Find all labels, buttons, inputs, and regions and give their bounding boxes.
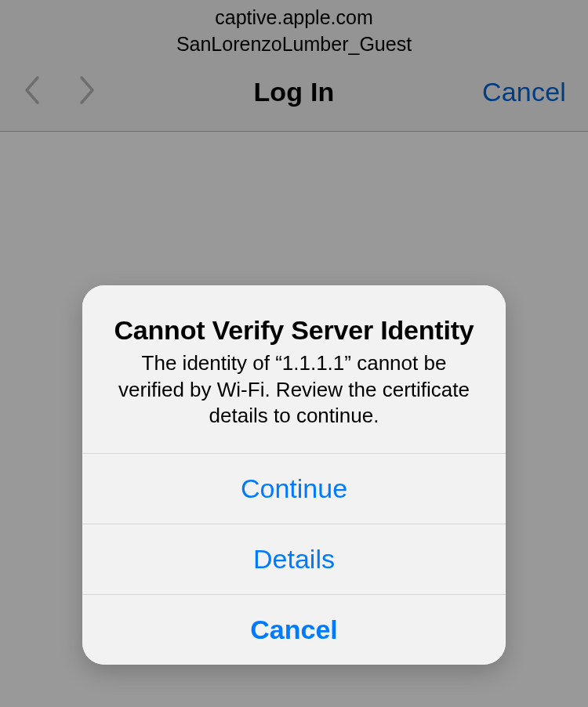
alert-cancel-button[interactable]: Cancel xyxy=(82,594,506,665)
continue-button[interactable]: Continue xyxy=(82,453,506,524)
modal-overlay: Cannot Verify Server Identity The identi… xyxy=(0,0,588,707)
alert-dialog: Cannot Verify Server Identity The identi… xyxy=(82,285,506,665)
alert-body: Cannot Verify Server Identity The identi… xyxy=(82,285,506,453)
alert-title: Cannot Verify Server Identity xyxy=(104,315,484,346)
alert-message: The identity of “1.1.1.1” cannot be veri… xyxy=(104,350,484,430)
details-button[interactable]: Details xyxy=(82,524,506,594)
